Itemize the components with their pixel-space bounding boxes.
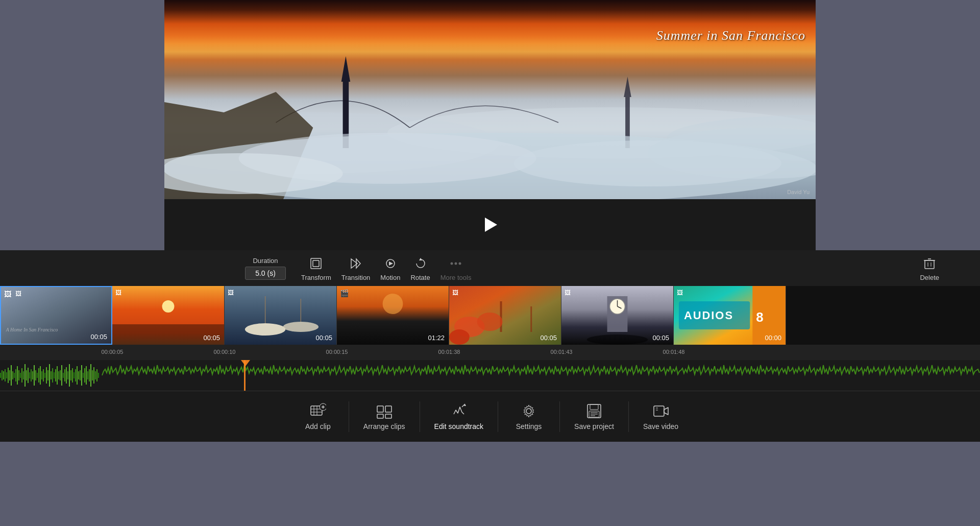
svg-rect-67 [14, 373, 15, 378]
arrange-clips-icon [376, 403, 393, 419]
svg-point-139 [526, 409, 531, 414]
arrange-clips-button[interactable]: Arrange clips [349, 398, 420, 436]
edit-soundtrack-button[interactable]: Edit soundtrack [420, 398, 498, 436]
edit-soundtrack-label: Edit soundtrack [434, 422, 484, 431]
svg-rect-103 [69, 364, 70, 387]
svg-rect-70 [18, 370, 19, 380]
play-button[interactable] [480, 214, 500, 235]
svg-rect-93 [54, 372, 55, 378]
save-video-button[interactable]: Save video [629, 398, 693, 436]
save-project-icon [586, 403, 602, 419]
rotate-icon [412, 255, 429, 272]
save-project-button[interactable]: Save project [560, 398, 628, 436]
svg-rect-42 [530, 306, 532, 332]
svg-rect-97 [60, 370, 61, 380]
video-title: Summer in San Francisco [656, 28, 805, 43]
save-video-label: Save video [643, 422, 678, 431]
svg-rect-69 [17, 366, 18, 385]
svg-rect-116 [89, 369, 90, 381]
svg-rect-60 [3, 371, 4, 379]
preview-image-area: Summer in San Francisco David Yu [164, 0, 816, 199]
svg-rect-80 [34, 365, 35, 386]
duration-input[interactable] [245, 267, 286, 280]
clip-6[interactable]: 🖼 00:05 [561, 286, 674, 345]
delete-icon [921, 255, 938, 272]
delete-tool[interactable]: Delete [920, 255, 939, 281]
duration-label: Duration [253, 257, 278, 265]
svg-point-34 [245, 323, 286, 336]
svg-rect-88 [46, 367, 47, 384]
svg-rect-136 [385, 414, 391, 418]
svg-text:A Home In San Francisco: A Home In San Francisco [6, 327, 58, 332]
clip-5[interactable]: 🖼 00:05 [449, 286, 561, 345]
svg-rect-110 [80, 370, 81, 380]
svg-point-51 [587, 334, 648, 345]
svg-rect-79 [32, 371, 33, 379]
ruler-mark-5: 00:01:43 [551, 349, 573, 355]
svg-rect-74 [24, 364, 26, 387]
svg-rect-65 [11, 365, 12, 386]
svg-rect-114 [86, 366, 87, 385]
clip-1-duration: 00:05 [90, 333, 107, 341]
svg-marker-147 [664, 408, 668, 415]
svg-rect-104 [70, 370, 71, 380]
clip-4-duration: 01:22 [428, 334, 445, 342]
svg-point-44 [477, 313, 503, 331]
transition-tool[interactable]: Transition [341, 255, 371, 281]
svg-rect-95 [57, 366, 58, 385]
svg-rect-23 [925, 260, 934, 269]
svg-rect-146 [654, 406, 664, 416]
svg-text:8: 8 [756, 310, 763, 324]
clip-2[interactable]: 🖼 00:05 [112, 286, 225, 345]
clip-5-icon: 🖼 [452, 289, 458, 296]
svg-rect-102 [67, 371, 68, 379]
transform-tool[interactable]: Transform [301, 255, 331, 281]
clip-1[interactable]: A Home In San Francisco 🖼 🖼 00:05 [0, 286, 112, 345]
settings-button[interactable]: Settings [498, 398, 559, 436]
svg-rect-78 [31, 369, 32, 381]
svg-rect-89 [47, 370, 48, 380]
clips-row: A Home In San Francisco 🖼 🖼 00:05 [0, 286, 980, 345]
ruler-mark-2: 00:00:10 [214, 349, 236, 355]
delete-label: Delete [920, 274, 939, 281]
add-clip-label: Add clip [305, 422, 331, 431]
audio-waveform [0, 360, 980, 391]
svg-rect-113 [84, 368, 85, 382]
svg-rect-111 [81, 365, 82, 386]
svg-marker-6 [624, 77, 631, 97]
svg-rect-84 [40, 366, 41, 385]
svg-point-39 [383, 294, 403, 314]
clip-3[interactable]: 🖼 00:05 [225, 286, 337, 345]
add-clip-button[interactable]: Add clip [287, 398, 349, 436]
preview-center: Summer in San Francisco David Yu [164, 0, 816, 250]
clip-3-icon: 🖼 [228, 289, 234, 296]
clip-4-icon: 🎬 [340, 289, 349, 297]
svg-rect-108 [77, 366, 78, 385]
clip-7[interactable]: AUDIOS 8 🖼 00:00 [674, 286, 786, 345]
svg-rect-86 [43, 369, 44, 381]
transition-label: Transition [341, 274, 371, 281]
svg-rect-92 [52, 368, 53, 382]
svg-rect-66 [12, 371, 13, 379]
clip-4[interactable]: 🎬 01:22 [337, 286, 449, 345]
edit-soundtrack-icon [451, 403, 467, 419]
save-project-label: Save project [574, 422, 614, 431]
svg-rect-100 [64, 369, 65, 381]
more-tools-tool[interactable]: More tools [440, 255, 472, 281]
svg-rect-76 [28, 368, 29, 383]
ruler-mark-6: 00:01:48 [663, 349, 685, 355]
svg-rect-63 [8, 368, 9, 383]
transform-label: Transform [301, 274, 331, 281]
svg-rect-94 [55, 369, 56, 381]
rotate-tool[interactable]: Rotate [410, 255, 430, 281]
svg-rect-64 [9, 370, 10, 380]
motion-tool[interactable]: Motion [380, 255, 400, 281]
svg-marker-18 [389, 261, 393, 266]
motion-label: Motion [380, 274, 400, 281]
preview-bottom [164, 199, 816, 250]
play-triangle-icon [485, 218, 497, 232]
svg-point-21 [455, 262, 457, 265]
svg-rect-118 [92, 370, 93, 380]
svg-rect-115 [87, 371, 88, 379]
svg-point-22 [459, 262, 461, 265]
